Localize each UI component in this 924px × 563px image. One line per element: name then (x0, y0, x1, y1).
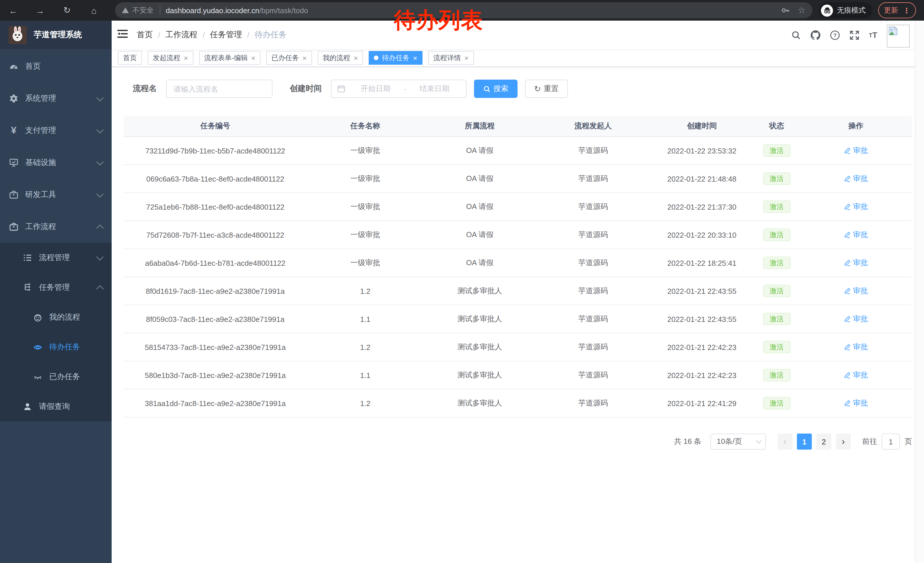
forward-icon[interactable]: → (32, 6, 49, 15)
sidebar-item-label: 流程管理 (39, 252, 70, 263)
sidebar-item-leave-query[interactable]: 请假查询 (0, 392, 112, 422)
tab-todo-tasks[interactable]: 待办任务× (369, 51, 423, 65)
status-cell: 激活 (753, 173, 800, 185)
sidebar-item-task-mgmt[interactable]: 任务管理 (0, 273, 112, 302)
status-cell: 激活 (753, 397, 800, 410)
approve-link[interactable]: 审批 (844, 342, 868, 352)
approve-link[interactable]: 审批 (844, 314, 868, 324)
search-button[interactable]: 搜索 (474, 80, 518, 98)
security-warning-icon[interactable] (122, 8, 129, 13)
approve-link[interactable]: 审批 (844, 146, 868, 156)
bookmark-star-icon[interactable]: ☆ (798, 5, 806, 15)
action-cell: 审批 (800, 342, 912, 352)
sidebar-item-label: 首页 (25, 61, 40, 72)
back-icon[interactable]: ← (4, 6, 22, 15)
browser-menu-icon[interactable]: ⋮ (903, 6, 910, 15)
tree-icon (23, 283, 32, 292)
task-time: 2022-01-22 23:53:32 (650, 146, 753, 155)
tab-start-process[interactable]: 发起流程× (148, 51, 193, 65)
sidebar-item-label: 待办任务 (49, 342, 80, 352)
app-title: 芋道管理系统 (34, 30, 82, 40)
col-starter: 流程发起人 (536, 121, 650, 131)
home-icon[interactable]: ⌂ (85, 6, 102, 15)
sidebar-item-done-tasks[interactable]: 已办任务 (0, 362, 112, 392)
password-key-icon[interactable] (781, 6, 790, 15)
close-icon[interactable]: × (184, 54, 188, 62)
sidebar-item-label: 已办任务 (49, 372, 80, 382)
task-starter: 芋道源码 (536, 314, 650, 324)
goto-page-input[interactable] (882, 434, 900, 450)
approve-link[interactable]: 审批 (844, 258, 868, 268)
fullscreen-icon[interactable] (850, 30, 859, 40)
action-cell: 审批 (800, 286, 912, 296)
close-icon[interactable]: × (302, 54, 307, 62)
close-icon[interactable]: × (413, 54, 417, 62)
font-size-icon[interactable]: TT (869, 30, 878, 39)
approve-link[interactable]: 审批 (844, 370, 868, 380)
reset-button[interactable]: ↻ 重置 (525, 80, 568, 98)
page-button-2[interactable]: 2 (816, 434, 831, 450)
search-icon[interactable] (791, 30, 801, 40)
help-icon[interactable]: ? (830, 30, 840, 40)
sidebar-item-label: 系统管理 (25, 93, 56, 104)
task-starter: 芋道源码 (536, 258, 650, 268)
task-name: 一级审批 (307, 230, 424, 240)
page-size-select[interactable]: 10条/页 (711, 434, 766, 450)
scrollbar[interactable] (915, 21, 924, 563)
sidebar-logo[interactable]: 芋道管理系统 (0, 21, 112, 49)
approve-link[interactable]: 审批 (844, 398, 868, 408)
tab-form-edit[interactable]: 流程表单-编辑× (199, 51, 261, 65)
approve-link[interactable]: 审批 (844, 230, 868, 240)
task-name: 1.2 (307, 399, 424, 407)
process-name-input[interactable] (166, 80, 273, 98)
browser-update-button[interactable]: 更新 ⋮ (878, 2, 916, 18)
approve-link[interactable]: 审批 (844, 201, 868, 212)
close-icon[interactable]: × (464, 54, 469, 62)
sidebar-item-home[interactable]: 首页 (0, 50, 112, 83)
sidebar-item-payment[interactable]: ¥ 支付管理 (0, 114, 112, 147)
user-icon (23, 402, 32, 411)
sidebar-item-system[interactable]: 系统管理 (0, 83, 112, 114)
goto-unit: 页 (904, 437, 912, 447)
page-button-1[interactable]: 1 (797, 434, 812, 450)
breadcrumb-current: 待办任务 (255, 30, 286, 40)
tab-done-tasks[interactable]: 已办任务× (266, 51, 312, 65)
page-url[interactable]: dashboard.yudao.iocoder.cn/bpm/task/todo (166, 6, 308, 15)
approve-link[interactable]: 审批 (844, 174, 868, 184)
task-id: 069c6a63-7b8a-11ec-8ef0-acde48001122 (124, 174, 307, 183)
approve-link[interactable]: 审批 (844, 286, 868, 296)
end-date-placeholder[interactable]: 结束日期 (408, 84, 460, 94)
dashboard-icon (9, 62, 18, 71)
table-header: 任务编号 任务名称 所属流程 流程发起人 创建时间 状态 操作 (124, 116, 912, 137)
total-count: 共 16 条 (674, 437, 701, 447)
monitor-icon (9, 158, 18, 167)
sidebar-item-todo-tasks[interactable]: 待办任务 (0, 332, 112, 362)
task-time: 2022-01-22 18:25:41 (650, 258, 753, 267)
tab-process-detail[interactable]: 流程详情× (428, 51, 474, 65)
prev-page-button[interactable]: ‹ (777, 434, 792, 450)
sidebar-collapse-icon[interactable] (117, 29, 128, 41)
next-page-button[interactable]: › (836, 434, 851, 450)
sidebar-item-process-mgmt[interactable]: 流程管理 (0, 243, 112, 273)
close-icon[interactable]: × (251, 54, 255, 62)
task-process: OA 请假 (424, 201, 536, 212)
sidebar-item-workflow[interactable]: 工作流程 (0, 211, 112, 243)
avatar[interactable] (887, 25, 910, 48)
sidebar-item-devtools[interactable]: 研发工具 (0, 179, 112, 211)
tab-home[interactable]: 首页 (118, 51, 142, 65)
breadcrumb-workflow[interactable]: 工作流程 (165, 30, 198, 40)
date-range-picker[interactable]: 开始日期 - 结束日期 (331, 80, 466, 98)
task-starter: 芋道源码 (536, 342, 650, 352)
tab-my-process[interactable]: 我的流程× (318, 51, 363, 65)
close-icon[interactable]: × (354, 54, 358, 62)
task-time: 2022-01-22 20:33:10 (650, 231, 753, 239)
github-icon[interactable] (811, 30, 820, 40)
start-date-placeholder[interactable]: 开始日期 (350, 84, 402, 94)
action-cell: 审批 (800, 146, 912, 156)
task-id: 381aa1dd-7ac8-11ec-a9e2-a2380e71991a (124, 399, 307, 407)
sidebar-item-infra[interactable]: 基础设施 (0, 147, 112, 179)
breadcrumb-task-mgmt[interactable]: 任务管理 (210, 30, 242, 40)
reload-icon[interactable]: ↻ (58, 5, 76, 15)
breadcrumb-home[interactable]: 首页 (137, 30, 153, 40)
sidebar-item-my-process[interactable]: 我的流程 (0, 302, 112, 332)
